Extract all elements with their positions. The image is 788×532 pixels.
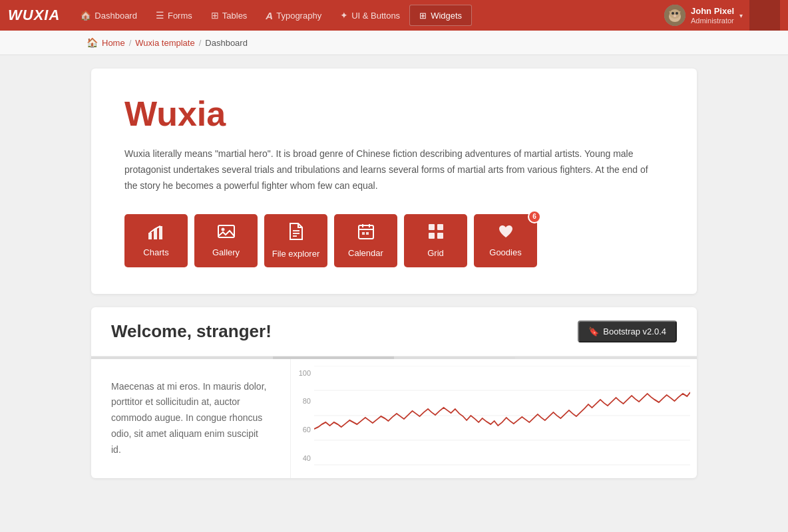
svg-point-3 <box>672 12 674 15</box>
grid-label: Grid <box>427 248 444 258</box>
widgets-label: Widgets <box>431 11 462 21</box>
calendar-button[interactable]: Calendar <box>334 214 397 267</box>
welcome-title: Welcome, stranger! <box>111 321 272 342</box>
breadcrumb-template-link[interactable]: Wuxia template <box>135 38 194 48</box>
nav-label-dashboard: Dashboard <box>95 11 137 21</box>
home-breadcrumb-icon: 🏠 <box>87 37 98 48</box>
svg-rect-19 <box>366 232 369 235</box>
welcome-text-content: Maecenas at mi eros. In mauris dolor, po… <box>111 379 270 458</box>
breadcrumb-home-link[interactable]: Home <box>102 38 125 48</box>
grid-icon <box>427 223 445 244</box>
typography-icon: A <box>266 10 273 21</box>
y-label-100: 100 <box>291 369 311 377</box>
gallery-label: Gallery <box>212 247 240 257</box>
ui-icon: ✦ <box>340 10 348 21</box>
hero-description: Wuxia literally means "martial hero". It… <box>124 146 664 194</box>
y-label-60: 60 <box>291 426 311 434</box>
charts-button[interactable]: Charts <box>124 214 188 267</box>
file-icon <box>288 222 304 245</box>
file-explorer-button[interactable]: File explorer <box>264 214 327 267</box>
chart-container: 100 80 60 40 <box>291 366 690 466</box>
avatar <box>664 5 686 26</box>
breadcrumb-home[interactable]: Home <box>102 38 125 48</box>
nav-items: 🏠 Dashboard ☰ Forms ⊞ Tables A Typograph… <box>71 0 658 31</box>
nav-label-tables: Tables <box>222 11 248 21</box>
svg-rect-23 <box>437 233 443 239</box>
forms-icon: ☰ <box>156 10 164 21</box>
charts-icon <box>147 223 166 243</box>
svg-point-10 <box>221 228 224 231</box>
widgets-button[interactable]: ⊞ Widgets <box>409 5 472 26</box>
y-label-40: 40 <box>291 454 311 462</box>
bootstrap-badge-button[interactable]: 🔖 Bootstrap v2.0.4 <box>578 321 677 342</box>
svg-rect-6 <box>148 233 152 239</box>
hero-title: Wuxia <box>124 95 664 133</box>
nav-label-ui: UI & Buttons <box>351 11 400 21</box>
svg-rect-7 <box>154 229 157 239</box>
user-dropdown-caret: ▾ <box>739 12 743 19</box>
welcome-header: Welcome, stranger! 🔖 Bootstrap v2.0.4 <box>91 307 697 356</box>
nav-item-dashboard[interactable]: 🏠 Dashboard <box>71 0 146 31</box>
breadcrumb-sep-1: / <box>129 38 132 48</box>
home-icon: 🏠 <box>80 10 91 21</box>
nav-right: John Pixel Administrator ▾ <box>658 0 780 31</box>
goodies-icon <box>497 223 514 243</box>
breadcrumb: 🏠 Home / Wuxia template / Dashboard <box>0 31 788 55</box>
svg-point-4 <box>676 12 678 15</box>
tables-icon: ⊞ <box>211 10 219 21</box>
y-label-80: 80 <box>291 397 311 405</box>
action-buttons: Charts Gallery <box>124 214 664 267</box>
bookmark-icon: 🔖 <box>588 327 599 336</box>
gallery-button[interactable]: Gallery <box>194 214 258 267</box>
widgets-icon: ⊞ <box>419 11 427 21</box>
svg-rect-20 <box>429 224 435 230</box>
charts-label: Charts <box>143 247 168 257</box>
svg-rect-18 <box>362 232 365 235</box>
bootstrap-badge-label: Bootstrap v2.0.4 <box>603 327 666 336</box>
grid-button[interactable]: Grid <box>404 214 467 267</box>
tab-progress-1 <box>91 356 273 359</box>
chart-svg-wrapper <box>314 366 690 466</box>
nav-label-forms: Forms <box>168 11 192 21</box>
chart-area: 100 80 60 40 <box>291 359 697 466</box>
navbar: WUXIA 🏠 Dashboard ☰ Forms ⊞ Tables A Typ… <box>0 0 788 31</box>
nav-item-tables[interactable]: ⊞ Tables <box>202 0 257 31</box>
nav-label-typography: Typography <box>276 11 321 21</box>
user-menu[interactable]: John Pixel Administrator ▾ <box>658 0 749 31</box>
welcome-body: Maecenas at mi eros. In mauris dolor, po… <box>91 359 697 478</box>
goodies-button[interactable]: 6 Goodies <box>474 214 537 267</box>
nav-item-ui-buttons[interactable]: ✦ UI & Buttons <box>331 0 409 31</box>
svg-point-2 <box>670 9 680 19</box>
user-role: Administrator <box>691 17 734 25</box>
brand-name: WUXIA <box>8 7 60 23</box>
svg-point-5 <box>674 15 676 17</box>
calendar-icon <box>357 223 375 244</box>
welcome-card: Welcome, stranger! 🔖 Bootstrap v2.0.4 Ma… <box>91 307 697 478</box>
svg-rect-9 <box>218 225 234 237</box>
user-name: John Pixel <box>691 6 734 17</box>
breadcrumb-sep-2: / <box>199 38 202 48</box>
line-chart <box>314 366 690 466</box>
hero-card: Wuxia Wuxia literally means "martial her… <box>91 68 697 294</box>
calendar-label: Calendar <box>348 248 383 258</box>
nav-extra-action[interactable] <box>749 0 780 31</box>
goodies-badge: 6 <box>528 210 541 223</box>
nav-item-forms[interactable]: ☰ Forms <box>146 0 202 31</box>
goodies-label: Goodies <box>489 247 521 257</box>
welcome-description: Maecenas at mi eros. In mauris dolor, po… <box>91 359 291 478</box>
nav-item-typography[interactable]: A Typography <box>256 0 331 31</box>
brand-logo[interactable]: WUXIA <box>8 7 60 24</box>
user-info: John Pixel Administrator <box>691 6 734 25</box>
breadcrumb-template[interactable]: Wuxia template <box>135 38 194 48</box>
chart-y-labels: 100 80 60 40 <box>291 366 314 466</box>
main-content: Wuxia Wuxia literally means "martial her… <box>81 68 707 478</box>
svg-rect-22 <box>429 233 435 239</box>
file-explorer-label: File explorer <box>272 249 320 259</box>
breadcrumb-current: Dashboard <box>205 38 248 48</box>
svg-rect-8 <box>159 226 162 239</box>
svg-rect-21 <box>437 224 443 230</box>
gallery-icon <box>217 223 236 243</box>
